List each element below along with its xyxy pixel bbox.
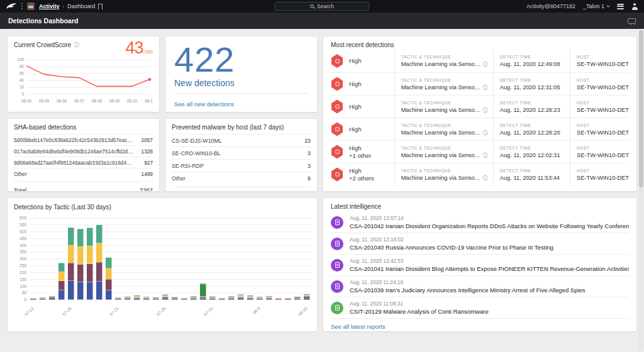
intelligence-card: Latest intelligence Aug. 11, 2020 13:57:…: [323, 197, 637, 332]
svg-text:40: 40: [19, 78, 25, 82]
svg-text:300: 300: [19, 256, 26, 261]
intelligence-row[interactable]: Aug. 11, 2020 12:42:53 CSA-201041 Irania…: [331, 255, 629, 276]
svg-text:0: 0: [24, 297, 26, 302]
breadcrumb-dashboard[interactable]: Dashboard: [67, 3, 95, 9]
svg-text:07-31: 07-31: [203, 306, 214, 317]
user-menu-label: _Talon 1: [583, 3, 604, 9]
tactic-value: Machine Learning via Senso…ⓘ: [401, 107, 493, 113]
report-time: Aug. 11, 2020 13:18:02: [350, 236, 553, 243]
svg-text:50: 50: [22, 290, 27, 295]
page-header-bar: Detections Dashboard: [0, 13, 644, 29]
svg-text:350: 350: [19, 250, 26, 254]
report-time: Aug. 11, 2020 12:42:53: [350, 258, 629, 264]
detection-row[interactable]: High +1 other TACTIC & TECHNIQUE Machine…: [331, 140, 629, 163]
malware-host-row[interactable]: SE-CRO-WIN10-BL 3: [172, 146, 311, 159]
info-icon[interactable]: ⓘ: [482, 152, 488, 158]
svg-text:80: 80: [19, 64, 25, 69]
report-time: Aug. 11, 2020 11:24:16: [350, 279, 586, 285]
see-all-latest-reports-link[interactable]: See all latest reports: [331, 323, 386, 330]
host-name: SE-CRO-WIN10-BL: [172, 150, 221, 157]
info-icon[interactable]: ⓘ: [482, 129, 488, 136]
malware-host-row[interactable]: CS-SE-DJS-W10ML 23: [172, 134, 311, 146]
svg-text:08-05: 08-05: [39, 99, 50, 103]
sha-row[interactable]: 9d68a68ad27aa0f4f881246aacab33d3a1c916d4…: [14, 157, 153, 168]
detect-time-column-label: DETECT TIME: [500, 146, 570, 150]
crowdstrike-falcon-logo-icon[interactable]: [6, 3, 17, 10]
detection-row[interactable]: High TACTIC & TECHNIQUE Machine Learning…: [331, 50, 629, 72]
info-icon[interactable]: ⓘ: [482, 175, 488, 181]
severity-label: High: [349, 80, 362, 88]
sha-hash: 5d00bbeb147e0c838a622fc42c543b2913d57eac…: [14, 137, 133, 143]
info-icon[interactable]: ⓘ: [74, 42, 79, 48]
search-input[interactable]: Search: [275, 2, 369, 11]
host-count: 3: [308, 150, 311, 157]
scrollbar[interactable]: [639, 30, 643, 351]
new-detections-card: 422 New detections See all new detection…: [165, 36, 318, 113]
intelligence-row[interactable]: Aug. 11, 2020 11:09:31 CSIT-20129 Malwar…: [331, 297, 629, 319]
sha-total-value: 7357: [140, 187, 153, 192]
menu-dots-icon[interactable]: [21, 3, 23, 9]
display-icon[interactable]: [628, 18, 636, 24]
app-icon[interactable]: [27, 3, 35, 10]
svg-text:08-04: 08-04: [21, 99, 32, 103]
svg-text:08-5: 08-5: [252, 306, 261, 316]
detection-row[interactable]: High TACTIC & TECHNIQUE Machine Learning…: [331, 72, 629, 95]
user-profile-icon[interactable]: [631, 3, 638, 10]
intelligence-row[interactable]: Aug. 11, 2020 13:18:02 CSA-201040 Russia…: [331, 233, 629, 255]
intelligence-row[interactable]: Aug. 11, 2020 13:57:14 CSA-201042 Irania…: [331, 212, 629, 233]
page-title: Detections Dashboard: [8, 17, 78, 25]
svg-text:550: 550: [19, 223, 26, 227]
sha-count: 2057: [142, 137, 153, 143]
sha-row[interactable]: 5d00bbeb147e0c838a622fc42c543b2913d57eac…: [14, 134, 153, 145]
breadcrumb-separator: ›: [63, 4, 65, 9]
intelligence-row[interactable]: Aug. 11, 2020 11:24:16 CSA-201039 Iran's…: [331, 276, 629, 297]
info-icon[interactable]: ⓘ: [482, 84, 488, 91]
malware-host-row[interactable]: Other 9: [172, 172, 311, 184]
malware-host-row[interactable]: SE-RSI-RDP 3: [172, 159, 311, 172]
dashboard-grid: Current CrowdScore ⓘ 43/100 020406080100…: [0, 29, 644, 339]
svg-text:07-26: 07-26: [156, 306, 167, 317]
account-label: Activity@80477182: [526, 3, 575, 9]
user-menu[interactable]: _Talon 1: [583, 3, 609, 9]
tactic-value: Machine Learning via Senso…ⓘ: [401, 152, 493, 158]
svg-text:08-08: 08-08: [92, 99, 103, 103]
detection-row[interactable]: High TACTIC & TECHNIQUE Machine Learning…: [331, 118, 629, 140]
detection-row[interactable]: High +2 others TACTIC & TECHNIQUE Machin…: [331, 163, 629, 185]
host-value: SE-TW-WIN10-DET: [577, 61, 629, 67]
tactic-chart-title: Detections by Tactic (Last 30 days): [14, 204, 311, 211]
detection-row[interactable]: High TACTIC & TECHNIQUE Machine Learning…: [331, 95, 629, 118]
report-time: Aug. 11, 2020 13:57:14: [350, 215, 629, 221]
new-detections-label: New detections: [174, 78, 308, 88]
detect-time-value: Aug. 11, 2020 11:53:44: [500, 175, 570, 181]
host-column-label: HOST: [577, 168, 629, 173]
info-icon[interactable]: ⓘ: [482, 107, 488, 113]
sha-row[interactable]: 017ac6ab8e84d6ebdf4e908db1246ae7514cffd2…: [14, 145, 153, 157]
host-value: SE-TW-WIN10-DET: [577, 129, 629, 136]
svg-text:07-12: 07-12: [24, 306, 35, 317]
svg-text:08-11: 08-11: [145, 99, 153, 103]
intelligence-rows: Aug. 11, 2020 13:57:14 CSA-201042 Irania…: [331, 212, 629, 319]
sha-row[interactable]: Other 1499: [14, 168, 153, 179]
sha-count: 927: [144, 160, 153, 166]
malware-total-row: Total 38: [172, 187, 311, 192]
host-value: SE-TW-WIN10-DET: [577, 152, 629, 158]
svg-text:100: 100: [19, 284, 26, 289]
tactic-column-label: TACTIC & TECHNIQUE: [401, 146, 493, 150]
detect-time-value: Aug. 11, 2020 12:02:31: [500, 152, 570, 158]
top-navigation-bar: Activity › Dashboard Search Activity@804…: [0, 0, 644, 13]
sha-hash: Other: [14, 171, 27, 177]
svg-text:600: 600: [19, 216, 26, 220]
detect-time-column-label: DETECT TIME: [500, 78, 570, 82]
see-all-new-detections-link[interactable]: See all new detections: [174, 101, 234, 107]
scrollbar-thumb[interactable]: [639, 30, 643, 187]
breadcrumb-activity[interactable]: Activity: [39, 3, 60, 9]
info-icon[interactable]: ⓘ: [482, 61, 488, 67]
sha-count: 1328: [142, 148, 153, 155]
bookmark-icon[interactable]: [98, 4, 103, 9]
app-switcher-icon[interactable]: [617, 4, 624, 9]
search-placeholder: Search: [317, 3, 334, 9]
sha-hash: 9d68a68ad27aa0f4f881246aacab33d3a1c916d4…: [14, 160, 133, 166]
svg-text:200: 200: [19, 270, 26, 275]
host-column-label: HOST: [577, 146, 629, 150]
svg-text:150: 150: [19, 277, 26, 282]
